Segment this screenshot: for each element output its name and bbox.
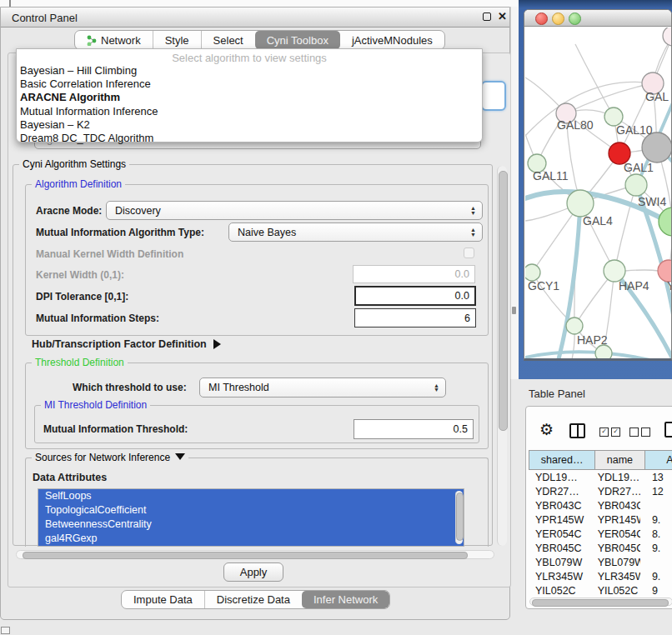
show-columns-icon[interactable]: ✓ ✓ <box>599 428 620 437</box>
network-node[interactable] <box>567 190 594 217</box>
list-item[interactable]: TopologicalCoefficient <box>38 503 464 518</box>
table-body: YDL19…YDL19…13YDR27…YDR27…12YBR043CYBR04… <box>529 470 672 598</box>
expanded-arrow-icon <box>175 453 185 460</box>
collapsed-arrow-icon <box>213 339 221 349</box>
table-cell: YER054C <box>593 528 640 540</box>
table-cell: YDL19… <box>529 472 593 483</box>
tab-jactivemnodules[interactable]: jActiveMNodules <box>340 31 444 49</box>
column-header[interactable]: A <box>645 451 672 469</box>
split-columns-icon[interactable] <box>569 423 585 438</box>
algorithm-definition-title: Algorithm Definition <box>32 178 125 190</box>
network-canvas[interactable]: GALGAL80GAL10GAL1GAL11SWI4GAL4GCY1HAP4YH… <box>525 28 672 359</box>
which-threshold-value: MI Threshold <box>208 382 269 393</box>
table-row[interactable]: YDR27…YDR27…12 <box>529 484 672 498</box>
new-table-icon[interactable] <box>664 422 672 438</box>
divider-handle-icon[interactable] <box>512 307 516 314</box>
node-label: SWI4 <box>638 195 666 208</box>
list-item[interactable]: SelfLoops <box>38 489 464 503</box>
table-cell: YIL052C <box>593 585 640 597</box>
tab-cyni-toolbox[interactable]: Cyni Toolbox <box>255 31 340 49</box>
table-cell: 8. <box>640 528 672 540</box>
zoom-traffic-light[interactable] <box>569 12 581 25</box>
panel-divider[interactable] <box>510 7 519 379</box>
mi-type-value: Naive Bayes <box>238 227 296 238</box>
mi-threshold-field[interactable]: 0.5 <box>354 419 474 439</box>
table-row[interactable]: YBL079WYBL079W <box>529 555 672 569</box>
bottom-left-widget[interactable] <box>1 627 10 634</box>
listbox-vertical-scrollbar[interactable] <box>455 491 463 544</box>
table-row[interactable]: YPR145WYPR145W9. <box>529 512 672 527</box>
tab-style[interactable]: Style <box>153 31 201 49</box>
network-node[interactable] <box>663 28 672 46</box>
bottom-tab-infer-network[interactable]: Infer Network <box>302 591 389 608</box>
listbox-scrollbar-thumb[interactable] <box>456 492 464 541</box>
node-table: shared…nameA YDL19…YDL19…13YDR27…YDR27…1… <box>529 450 672 598</box>
close-icon[interactable]: ✕ <box>498 10 507 22</box>
which-threshold-combobox[interactable]: MI Threshold ▲▼ <box>199 378 446 398</box>
settings-vertical-scrollbar[interactable] <box>497 166 507 546</box>
column-header[interactable]: name <box>595 451 644 469</box>
settings-hscrollbar-thumb[interactable] <box>23 552 468 559</box>
table-cell: YBR043C <box>529 500 593 512</box>
network-node[interactable] <box>566 318 583 334</box>
table-row[interactable]: YDL19…YDL19…13 <box>529 470 672 484</box>
checked-box-icon: ✓ <box>599 428 609 437</box>
table-cell: 9. <box>640 571 672 582</box>
network-node[interactable] <box>625 174 647 196</box>
gear-icon[interactable]: ⚙ <box>539 422 554 438</box>
focused-combo-fragment[interactable] <box>481 81 506 111</box>
aracne-mode-combobox[interactable]: Discovery ▲▼ <box>106 201 483 220</box>
manual-kernel-checkbox[interactable] <box>464 248 474 258</box>
table-header-row: shared…nameA <box>529 450 672 470</box>
list-item[interactable]: gal4RGexp <box>38 532 464 546</box>
settings-horizontal-scrollbar[interactable] <box>16 550 494 559</box>
dropdown-item[interactable]: Basic Correlation Inference <box>17 78 482 91</box>
network-node[interactable] <box>525 264 540 281</box>
kernel-width-field[interactable]: 0.0 <box>353 265 475 283</box>
column-header[interactable]: shared… <box>529 451 595 469</box>
network-node[interactable] <box>642 132 672 162</box>
table-cell: YDR27… <box>593 486 640 498</box>
table-row[interactable]: YIL052CYIL052C9 <box>529 583 672 598</box>
close-traffic-light[interactable] <box>535 12 548 25</box>
settings-scrollbar-thumb[interactable] <box>499 171 508 431</box>
node-label: HAP2 <box>577 333 608 347</box>
table-row[interactable]: YBR043CYBR043C <box>529 498 672 512</box>
table-cell: 9. <box>640 542 672 554</box>
mi-steps-field[interactable]: 6 <box>354 308 476 328</box>
mi-type-combobox[interactable]: Naive Bayes ▲▼ <box>228 222 483 242</box>
manual-kernel-label: Manual Kernel Width Definition <box>36 248 183 260</box>
top-tick <box>9 0 11 7</box>
bottom-tab-impute-data[interactable]: Impute Data <box>122 591 204 608</box>
table-row[interactable]: YBR045CYBR045C9. <box>529 541 672 555</box>
table-cell: YBR043C <box>593 500 640 512</box>
dpi-tolerance-field[interactable]: 0.0 <box>354 286 476 306</box>
tab-select[interactable]: Select <box>201 31 255 49</box>
table-horizontal-scrollbar[interactable] <box>529 598 672 606</box>
apply-button[interactable]: Apply <box>223 562 283 582</box>
data-attributes-items: SelfLoopsTopologicalCoefficientBetweenne… <box>38 489 464 546</box>
table-hscrollbar-thumb[interactable] <box>532 599 669 607</box>
dropdown-item[interactable]: Bayesian – Hill Climbing <box>17 64 482 78</box>
dropdown-item[interactable]: Dream8 DC_TDC Algorithm <box>17 132 482 145</box>
table-row[interactable]: YLR345WYLR345W9. <box>529 569 672 583</box>
table-cell: 13 <box>640 472 672 483</box>
hide-columns-icon[interactable] <box>629 428 650 437</box>
bottom-tab-label: Impute Data <box>133 593 193 606</box>
float-window-icon[interactable] <box>483 12 491 21</box>
bottom-tab-discretize-data[interactable]: Discretize Data <box>204 591 302 608</box>
table-cell: YBL079W <box>593 557 640 568</box>
tab-network[interactable]: Network <box>75 31 153 49</box>
dropdown-item[interactable]: Mutual Information Inference <box>17 105 482 118</box>
table-cell: YBR045C <box>529 542 593 554</box>
dropdown-item[interactable]: Bayesian – K2 <box>17 118 482 132</box>
dropdown-item[interactable]: ARACNE Algorithm <box>17 91 482 104</box>
list-item[interactable]: BetweennessCentrality <box>38 518 464 532</box>
hub-definition-toggle[interactable]: Hub/Transcription Factor Definition <box>32 336 221 352</box>
top-strip <box>0 0 519 7</box>
table-row[interactable]: YER054CYER054C8. <box>529 527 672 541</box>
table-cell: 9. <box>640 514 672 526</box>
network-node[interactable] <box>659 208 672 236</box>
minimize-traffic-light[interactable] <box>552 12 564 25</box>
network-node[interactable] <box>595 345 612 359</box>
